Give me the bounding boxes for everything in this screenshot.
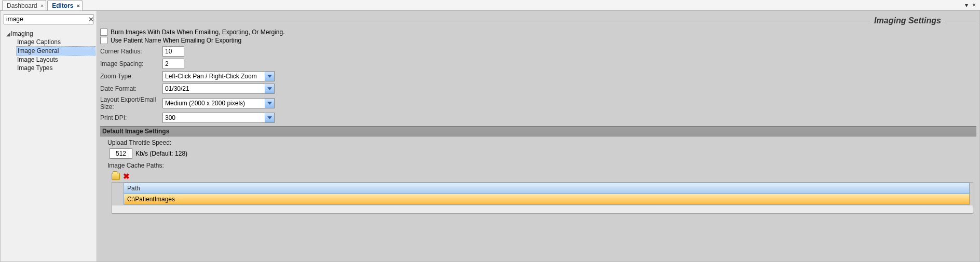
cache-paths-grid: Path C:\PatientImages xyxy=(112,182,973,214)
divider xyxy=(945,21,976,21)
date-format-label: Date Format: xyxy=(100,85,162,92)
tree-item-image-types[interactable]: Image Types xyxy=(16,64,96,72)
cache-paths-label: Image Cache Paths: xyxy=(100,161,976,171)
select-value: 300 xyxy=(163,114,265,121)
tree-item-image-general[interactable]: Image General xyxy=(16,46,96,56)
select-value: Medium (2000 x 2000 pixels) xyxy=(163,100,265,107)
tab-dashboard[interactable]: Dashboard × xyxy=(2,0,46,10)
folder-open-icon[interactable] xyxy=(112,173,120,180)
panel-header: Imaging Settings xyxy=(100,16,976,25)
grid-row[interactable]: C:\PatientImages xyxy=(124,194,969,204)
sidebar: ✕ ◢ Imaging Image Captions Image General… xyxy=(1,11,97,261)
print-dpi-select[interactable]: 300 xyxy=(162,113,275,123)
grid-empty-area xyxy=(112,205,973,213)
section-default-image-settings: Default Image Settings xyxy=(100,126,976,136)
chevron-down-icon[interactable] xyxy=(265,99,274,108)
clear-search-icon[interactable]: ✕ xyxy=(86,16,96,23)
print-dpi-label: Print DPI: xyxy=(100,114,162,121)
corner-radius-label: Corner Radius: xyxy=(100,48,162,55)
close-icon[interactable]: × xyxy=(40,3,44,9)
close-icon[interactable]: × xyxy=(77,3,80,9)
tree-node-label: Imaging xyxy=(11,30,33,37)
layout-size-select[interactable]: Medium (2000 x 2000 pixels) xyxy=(162,98,275,108)
main-panel: Imaging Settings Burn Images With Data W… xyxy=(97,11,979,261)
zoom-type-label: Zoom Type: xyxy=(100,73,162,80)
search-box: ✕ xyxy=(4,14,93,24)
chevron-down-icon[interactable] xyxy=(265,84,274,93)
caret-down-icon: ◢ xyxy=(6,31,11,37)
image-spacing-label: Image Spacing: xyxy=(100,60,162,67)
chevron-down-icon[interactable] xyxy=(265,113,274,122)
tab-label: Dashboard xyxy=(7,2,37,9)
date-format-select[interactable]: 01/30/21 xyxy=(162,84,275,94)
select-value: 01/30/21 xyxy=(163,85,265,92)
tab-strip: Dashboard × Editors × ▾ × xyxy=(0,0,980,10)
burn-images-label: Burn Images With Data When Emailing, Exp… xyxy=(111,29,284,36)
delete-icon[interactable]: ✖ xyxy=(123,172,130,180)
use-patient-name-checkbox[interactable] xyxy=(100,37,107,44)
tree-item-image-layouts[interactable]: Image Layouts xyxy=(16,56,96,64)
search-input[interactable] xyxy=(4,15,86,24)
page-title: Imaging Settings xyxy=(870,16,945,25)
close-panel-icon[interactable]: × xyxy=(972,2,976,9)
use-patient-name-label: Use Patient Name When Emailing Or Export… xyxy=(111,37,241,44)
overflow-icon[interactable]: ▾ xyxy=(965,2,968,9)
image-spacing-input[interactable] xyxy=(162,59,184,69)
burn-images-checkbox[interactable] xyxy=(100,29,107,36)
tree-item-image-captions[interactable]: Image Captions xyxy=(16,38,96,46)
upload-throttle-label: Upload Throttle Speed: xyxy=(100,138,976,148)
upload-throttle-input[interactable] xyxy=(110,148,132,159)
chevron-down-icon[interactable] xyxy=(265,72,274,81)
select-value: Left-Click Pan / Right-Click Zoom xyxy=(163,73,265,80)
grid-column-header[interactable]: Path xyxy=(124,183,969,194)
layout-size-label: Layout Export/Email Size: xyxy=(100,96,162,111)
tab-label: Editors xyxy=(52,2,73,9)
settings-tree: ◢ Imaging Image Captions Image General I… xyxy=(1,27,97,74)
corner-radius-input[interactable] xyxy=(162,46,184,57)
tree-node-imaging[interactable]: ◢ Imaging xyxy=(6,30,96,38)
tab-editors[interactable]: Editors × xyxy=(47,0,83,10)
upload-throttle-unit: Kb/s (Default: 128) xyxy=(135,150,187,157)
divider xyxy=(100,21,870,21)
zoom-type-select[interactable]: Left-Click Pan / Right-Click Zoom xyxy=(162,71,275,81)
